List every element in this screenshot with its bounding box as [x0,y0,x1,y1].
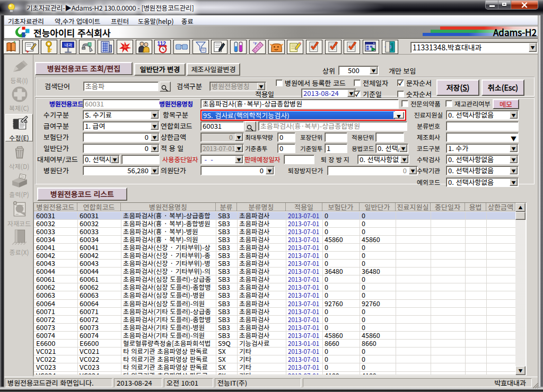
svg-text:°F: °F [253,41,257,46]
svg-text:내과: 내과 [64,42,72,48]
